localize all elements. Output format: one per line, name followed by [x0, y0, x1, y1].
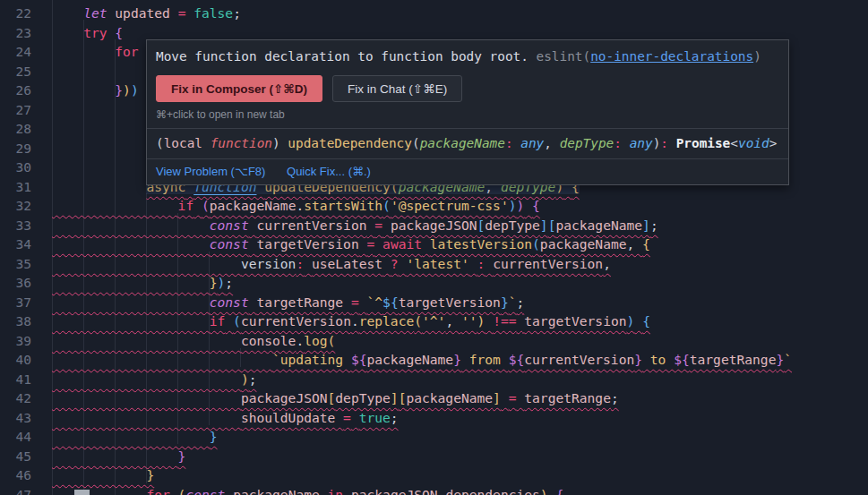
- code-text: console.log(: [52, 331, 335, 351]
- line-number[interactable]: 29: [0, 139, 52, 158]
- line-number[interactable]: 45: [0, 447, 52, 466]
- error-squiggle: const currentVersion = packageJSON[depTy…: [52, 218, 658, 233]
- code-line[interactable]: 40 `updating ${packageName} from ${curre…: [0, 350, 868, 370]
- line-number[interactable]: 25: [0, 62, 52, 81]
- error-squiggle: );: [52, 371, 256, 387]
- code-line[interactable]: 38 if (currentVersion.replace('^', '') !…: [0, 312, 868, 331]
- code-line[interactable]: 36 });: [0, 273, 868, 293]
- code-text: }: [52, 427, 218, 447]
- code-text: try {: [52, 23, 123, 43]
- diagnostic-source-suffix: ): [753, 49, 761, 64]
- line-number[interactable]: 42: [0, 388, 52, 408]
- code-text: version: useLatest ? 'latest' : currentV…: [52, 254, 611, 274]
- code-line[interactable]: 37 const targetRange = `^${targetVersion…: [0, 293, 868, 312]
- line-number[interactable]: 37: [0, 293, 52, 312]
- error-squiggle: version: useLatest ? 'latest' : currentV…: [52, 256, 611, 271]
- view-problem-link[interactable]: View Problem (⌥F8): [156, 165, 265, 178]
- error-squiggle: }: [52, 467, 154, 482]
- code-text: const currentVersion = packageJSON[depTy…: [52, 216, 658, 235]
- error-squiggle: }: [52, 448, 185, 464]
- error-squiggle: const targetRange = `^${targetVersion}`;: [52, 294, 524, 310]
- quick-fix-link[interactable]: Quick Fix... (⌘.): [287, 165, 371, 178]
- diagnostic-message: Move function declaration to function bo…: [147, 40, 788, 69]
- code-text: const targetRange = `^${targetVersion}`;: [52, 293, 524, 312]
- code-text: })): [52, 81, 139, 100]
- error-squiggle: `updating ${packageName} from ${currentV…: [52, 352, 792, 367]
- code-text: for: [52, 42, 139, 62]
- code-text: }: [52, 465, 154, 485]
- diagnostic-text: Move function declaration to function bo…: [156, 49, 537, 64]
- error-squiggle: shouldUpdate = true;: [52, 410, 399, 425]
- line-number[interactable]: 24: [0, 42, 52, 62]
- line-number[interactable]: 36: [0, 273, 52, 293]
- line-number[interactable]: 44: [0, 427, 52, 447]
- code-text: );: [52, 370, 256, 389]
- error-squiggle: console.log(: [52, 333, 335, 348]
- code-line[interactable]: 32 if (packageName.startsWith('@spectrum…: [0, 196, 868, 216]
- code-line[interactable]: 33 const currentVersion = packageJSON[de…: [0, 216, 868, 235]
- error-squiggle: const targetVersion = await latestVersio…: [52, 236, 650, 252]
- line-number[interactable]: 41: [0, 370, 52, 389]
- code-text: for (const packageName in packageJSON.de…: [52, 485, 563, 495]
- line-number[interactable]: 31: [0, 177, 52, 197]
- fix-in-composer-button[interactable]: Fix in Composer (⇧⌘D): [156, 75, 322, 102]
- line-number[interactable]: 46: [0, 465, 52, 485]
- line-number[interactable]: 28: [0, 119, 52, 139]
- error-squiggle: if (currentVersion.replace('^', '') !== …: [52, 313, 650, 329]
- code-text: let updated = false;: [52, 4, 241, 23]
- cmd-click-hint: ⌘+click to open in new tab: [147, 102, 788, 128]
- code-text: const targetVersion = await latestVersio…: [52, 235, 650, 254]
- fix-in-chat-button[interactable]: Fix in Chat (⇧⌘E): [332, 75, 462, 102]
- line-number[interactable]: 39: [0, 331, 52, 351]
- tooltip-actions-row: View Problem (⌥F8) Quick Fix... (⌘.): [147, 159, 788, 184]
- code-line[interactable]: 44 }: [0, 427, 868, 447]
- code-line[interactable]: 35 version: useLatest ? 'latest' : curre…: [0, 254, 868, 274]
- code-line[interactable]: 46 }: [0, 465, 868, 485]
- code-line[interactable]: 22 let updated = false;: [0, 4, 868, 23]
- code-line[interactable]: 41 );: [0, 370, 868, 389]
- error-squiggle: }: [52, 429, 218, 444]
- code-line[interactable]: 43 shouldUpdate = true;: [0, 408, 868, 428]
- line-number[interactable]: 38: [0, 312, 52, 331]
- code-text: if (packageName.startsWith('@spectrum-cs…: [52, 196, 540, 216]
- line-number[interactable]: 34: [0, 235, 52, 254]
- error-squiggle: if (packageName.startsWith('@spectrum-cs…: [52, 198, 540, 213]
- function-signature: (local function) updateDependency(packag…: [147, 129, 788, 159]
- line-number[interactable]: 47: [0, 485, 52, 495]
- line-number[interactable]: 35: [0, 254, 52, 274]
- code-text: packageJSON[depType][packageName] = targ…: [52, 388, 619, 408]
- code-line[interactable]: 42 packageJSON[depType][packageName] = t…: [0, 388, 868, 408]
- eslint-rule-link[interactable]: no-inner-declarations: [590, 49, 753, 64]
- code-text: });: [52, 273, 233, 293]
- line-number[interactable]: 27: [0, 100, 52, 120]
- error-squiggle: packageJSON[depType][packageName] = targ…: [52, 390, 619, 405]
- error-squiggle: });: [52, 275, 233, 290]
- line-number[interactable]: 32: [0, 196, 52, 216]
- diagnostic-source-prefix: eslint(: [537, 49, 591, 64]
- line-number[interactable]: 33: [0, 216, 52, 235]
- code-line[interactable]: 47 for (const packageName in packageJSON…: [0, 485, 868, 495]
- line-number[interactable]: 23: [0, 23, 52, 43]
- line-number[interactable]: 26: [0, 81, 52, 100]
- code-line[interactable]: 34 const targetVersion = await latestVer…: [0, 235, 868, 254]
- code-text: shouldUpdate = true;: [52, 408, 399, 428]
- code-text: }: [52, 447, 185, 466]
- line-number[interactable]: 22: [0, 4, 52, 23]
- line-number[interactable]: 40: [0, 350, 52, 370]
- bottom-edge-widget: [74, 490, 90, 495]
- code-line[interactable]: 45 }: [0, 447, 868, 466]
- code-text: `updating ${packageName} from ${currentV…: [52, 350, 792, 370]
- hover-tooltip: Move function declaration to function bo…: [146, 39, 789, 185]
- fix-buttons-row: Fix in Composer (⇧⌘D) Fix in Chat (⇧⌘E): [147, 69, 788, 102]
- code-editor: 22 let updated = false;23 try {24 for252…: [0, 0, 868, 495]
- code-line[interactable]: 39 console.log(: [0, 331, 868, 351]
- line-number[interactable]: 30: [0, 158, 52, 177]
- line-number[interactable]: 43: [0, 408, 52, 428]
- code-text: if (currentVersion.replace('^', '') !== …: [52, 312, 650, 331]
